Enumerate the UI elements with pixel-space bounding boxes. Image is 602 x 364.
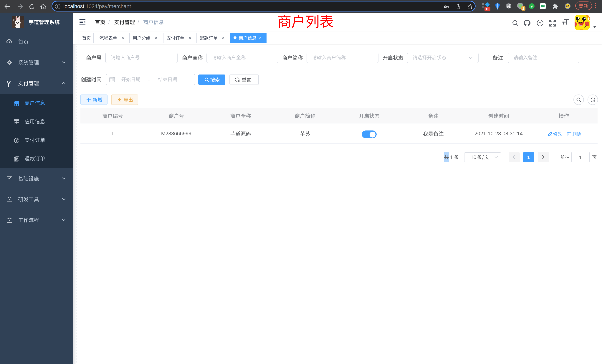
- svg-text:1: 1: [522, 7, 524, 10]
- svg-text:?: ?: [539, 21, 541, 25]
- svg-text:y: y: [531, 4, 533, 8]
- svg-text:10: 10: [485, 7, 489, 11]
